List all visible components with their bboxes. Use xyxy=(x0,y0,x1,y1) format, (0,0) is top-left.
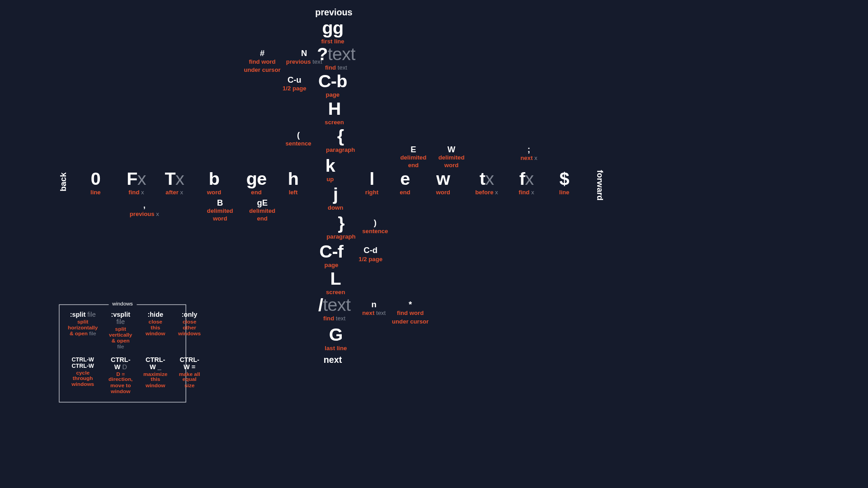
key-label: ( xyxy=(297,131,300,139)
key-0: 0 line xyxy=(90,170,101,196)
key-hash: # find word under cursor xyxy=(244,49,280,73)
key-gE: gE delimited end xyxy=(249,198,275,221)
windows-item: CTRL-W CTRL-W cycle throughwindows xyxy=(68,356,98,395)
key-desc-1: delimited xyxy=(249,208,275,214)
key-label: W xyxy=(448,145,455,153)
key-label: C-f xyxy=(320,243,344,260)
key-l: l right xyxy=(365,170,378,196)
key-k: k up xyxy=(326,157,335,183)
key-desc: word xyxy=(207,189,221,196)
key-B: B delimited word xyxy=(207,198,233,221)
windows-panel: windows :split file split horizontally& … xyxy=(59,305,186,403)
key-ge: ge end xyxy=(246,170,267,196)
key-Cb: C-b page xyxy=(318,73,347,99)
key-label: C-u xyxy=(288,75,302,84)
key-Cf: C-f page xyxy=(320,243,344,268)
windows-item: CTRL-W = make allequal size xyxy=(178,356,201,395)
key-desc: next text xyxy=(362,310,386,316)
key-label: 0 xyxy=(91,170,100,188)
key-desc: sentence xyxy=(362,228,388,235)
key-desc: 1/2 page xyxy=(359,256,382,263)
key-label: ) xyxy=(374,218,377,226)
key-W: W delimited word xyxy=(439,145,465,168)
windows-title: windows xyxy=(108,301,136,307)
key-desc: last line xyxy=(325,345,347,352)
axis-previous: previous xyxy=(315,7,352,17)
key-desc: page xyxy=(326,92,340,99)
key-gg: gg first line xyxy=(321,19,344,45)
key-label: G xyxy=(329,326,343,343)
key-dollar: $ line xyxy=(559,170,570,196)
key-comma: , previous x xyxy=(130,201,159,217)
key-desc: up xyxy=(326,176,334,183)
key-T: Tx after x xyxy=(165,170,184,196)
key-b: b word xyxy=(207,170,221,196)
key-label: } xyxy=(338,214,344,232)
key-desc: find text xyxy=(323,315,345,322)
key-Cu: C-u 1/2 page xyxy=(283,75,307,92)
windows-item: CTRL-W _ maximizethis window xyxy=(143,356,167,395)
key-slashtext: /text find text xyxy=(318,296,350,322)
key-desc: previous x xyxy=(130,211,159,217)
key-desc: before x xyxy=(475,189,498,196)
key-desc-2: under cursor xyxy=(244,66,280,73)
key-desc: end xyxy=(251,189,261,196)
key-label: fx xyxy=(519,170,534,188)
key-paren-open: ( sentence xyxy=(286,131,311,147)
key-H: H screen xyxy=(325,100,344,126)
key-desc-2: word xyxy=(213,216,227,222)
key-label: B xyxy=(217,198,223,206)
key-desc: down xyxy=(328,205,343,211)
key-desc-2: end xyxy=(257,216,267,222)
key-desc: word xyxy=(436,189,450,196)
key-label: b xyxy=(209,170,219,188)
key-desc: next x xyxy=(520,155,537,161)
key-desc: line xyxy=(559,189,570,196)
key-label: h xyxy=(288,170,298,188)
key-G: G last line xyxy=(325,326,347,352)
windows-item: :split file split horizontally& open fil… xyxy=(68,311,98,350)
key-desc-2: under cursor xyxy=(392,318,429,324)
windows-item: :only close otherwindows xyxy=(178,311,201,350)
key-label: * xyxy=(409,300,412,308)
key-desc-1: delimited xyxy=(439,155,465,161)
axis-next: next xyxy=(324,354,342,364)
key-label: ge xyxy=(246,170,267,188)
key-label: gE xyxy=(257,198,268,206)
key-label: C-d xyxy=(363,246,377,254)
key-desc-2: end xyxy=(408,162,419,169)
key-desc: right xyxy=(365,189,378,196)
key-h: h left xyxy=(288,170,298,196)
key-label: w xyxy=(436,170,450,188)
axis-forward: forward xyxy=(595,170,605,201)
key-label: ?text xyxy=(317,45,355,63)
key-label: ; xyxy=(528,145,530,153)
key-e: e end xyxy=(400,170,410,196)
key-label: E xyxy=(410,145,416,153)
key-label: j xyxy=(333,185,338,203)
key-w: w word xyxy=(436,170,450,196)
key-desc: screen xyxy=(325,119,344,126)
key-qtext: ?text find text xyxy=(317,45,355,71)
key-desc-2: word xyxy=(444,162,458,169)
key-brace-open: { paragraph xyxy=(326,127,355,153)
key-label: e xyxy=(400,170,410,188)
windows-grid: :split file split horizontally& open fil… xyxy=(68,311,177,395)
key-brace-close: } paragraph xyxy=(326,214,355,240)
key-desc: paragraph xyxy=(326,146,355,153)
key-label: l xyxy=(369,170,374,188)
key-desc: find x xyxy=(128,189,144,196)
key-desc: paragraph xyxy=(326,233,355,240)
key-t: tx before x xyxy=(475,170,498,196)
key-j: j down xyxy=(328,185,343,211)
key-E: E delimited end xyxy=(400,145,426,168)
windows-item: :hide close thiswindow xyxy=(143,311,167,350)
windows-item: :vsplit file split vertically& open file xyxy=(108,311,132,350)
windows-item: CTRL-W D D = direction,move to window xyxy=(108,356,132,395)
key-label: # xyxy=(260,49,264,57)
key-label: L xyxy=(330,270,340,287)
key-desc: end xyxy=(400,189,410,196)
key-label: n xyxy=(372,300,377,308)
key-label: { xyxy=(337,127,344,145)
key-star: * find word under cursor xyxy=(392,300,429,324)
